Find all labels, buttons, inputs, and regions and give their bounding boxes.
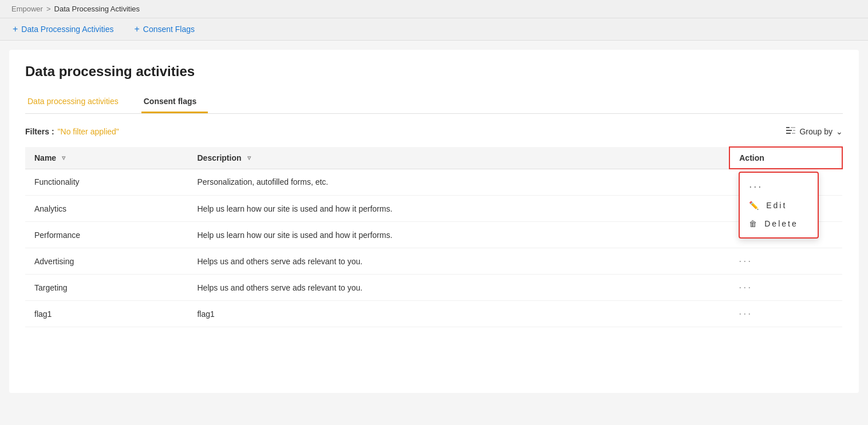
group-by-icon bbox=[786, 125, 796, 137]
delete-icon: 🗑 bbox=[749, 219, 759, 228]
cell-name: Performance bbox=[25, 222, 188, 248]
svg-rect-3 bbox=[791, 127, 795, 128]
group-by-button[interactable]: Group by ⌄ bbox=[786, 125, 843, 137]
action-dots-button[interactable]: ··· bbox=[739, 308, 752, 319]
plus-icon-dpa: + bbox=[13, 24, 18, 34]
table-header-row: Name ▿ Description ▿ Action bbox=[25, 147, 842, 169]
dropdown-delete-item[interactable]: 🗑Delete bbox=[740, 215, 818, 233]
tab-data-processing[interactable]: Data processing activities bbox=[25, 91, 130, 113]
col-name-label: Name bbox=[34, 153, 56, 162]
col-header-action: Action bbox=[729, 147, 842, 169]
col-desc-label: Description bbox=[197, 153, 241, 162]
svg-rect-4 bbox=[793, 130, 795, 131]
action-dots-button[interactable]: ··· bbox=[739, 255, 752, 267]
edit-label: Edit bbox=[766, 201, 787, 210]
consent-flags-table: Name ▿ Description ▿ Action Functionalit… bbox=[25, 146, 843, 327]
tabs-row: Data processing activities Consent flags bbox=[25, 91, 843, 114]
edit-icon: ✏️ bbox=[749, 201, 760, 210]
cell-description: Helps us and others serve ads relevant t… bbox=[188, 275, 729, 301]
filters-label: Filters : bbox=[25, 127, 54, 136]
tabbar-item-consent[interactable]: + Consent Flags bbox=[131, 22, 198, 37]
delete-label: Delete bbox=[764, 219, 798, 228]
col-action-label: Action bbox=[739, 153, 764, 162]
cell-description: Help us learn how our site is used and h… bbox=[188, 196, 729, 222]
tabbar-label-dpa: Data Processing Activities bbox=[21, 25, 113, 34]
filters-row: Filters : "No filter applied" Group by ⌄ bbox=[25, 125, 843, 137]
col-header-name: Name ▿ bbox=[25, 147, 188, 169]
breadcrumb-bar: Empower > Data Processing Activities bbox=[0, 0, 868, 18]
plus-icon-consent: + bbox=[134, 24, 139, 34]
breadcrumb-separator: > bbox=[46, 5, 51, 13]
action-dots-button[interactable]: ··· bbox=[739, 281, 752, 293]
tab-bar: + Data Processing Activities + Consent F… bbox=[0, 18, 868, 41]
table-row: flag1flag1··· bbox=[25, 301, 842, 327]
tab-consent-label: Consent flags bbox=[144, 97, 197, 106]
table-row: TargetingHelps us and others serve ads r… bbox=[25, 275, 842, 301]
breadcrumb-current: Data Processing Activities bbox=[54, 5, 140, 13]
table-row: FunctionalityPersonalization, autofilled… bbox=[25, 169, 842, 196]
col-name-filter-icon[interactable]: ▿ bbox=[62, 154, 65, 162]
page-title: Data processing activities bbox=[25, 63, 843, 80]
dropdown-dots-top: ··· bbox=[740, 177, 818, 196]
cell-description: Helps us and others serve ads relevant t… bbox=[188, 248, 729, 275]
svg-rect-1 bbox=[786, 130, 792, 131]
chevron-down-icon: ⌄ bbox=[836, 127, 843, 136]
dropdown-edit-item[interactable]: ✏️Edit bbox=[740, 196, 818, 215]
table-row: PerformanceHelp us learn how our site is… bbox=[25, 222, 842, 248]
tabbar-label-consent: Consent Flags bbox=[143, 25, 195, 34]
group-by-label: Group by bbox=[799, 127, 833, 136]
table-row: AnalyticsHelp us learn how our site is u… bbox=[25, 196, 842, 222]
cell-action: ··· bbox=[729, 248, 842, 275]
main-content: Data processing activities Data processi… bbox=[9, 50, 859, 393]
cell-action: ··· bbox=[729, 275, 842, 301]
cell-name: Analytics bbox=[25, 196, 188, 222]
col-desc-filter-icon[interactable]: ▿ bbox=[247, 154, 251, 162]
col-header-description: Description ▿ bbox=[188, 147, 729, 169]
tab-dpa-label: Data processing activities bbox=[27, 97, 119, 106]
table-row: AdvertisingHelps us and others serve ads… bbox=[25, 248, 842, 275]
cell-name: flag1 bbox=[25, 301, 188, 327]
cell-action: ··· bbox=[729, 301, 842, 327]
cell-name: Advertising bbox=[25, 248, 188, 275]
filters-left: Filters : "No filter applied" bbox=[25, 127, 119, 136]
cell-action: ······✏️Edit🗑Delete bbox=[729, 169, 842, 196]
tabbar-item-dpa[interactable]: + Data Processing Activities bbox=[9, 22, 117, 37]
tab-consent-flags[interactable]: Consent flags bbox=[141, 91, 208, 113]
filters-value: "No filter applied" bbox=[58, 127, 119, 136]
cell-description: flag1 bbox=[188, 301, 729, 327]
breadcrumb-parent[interactable]: Empower bbox=[11, 5, 43, 13]
cell-description: Help us learn how our site is used and h… bbox=[188, 222, 729, 248]
action-dropdown-menu: ···✏️Edit🗑Delete bbox=[739, 172, 819, 239]
cell-name: Targeting bbox=[25, 275, 188, 301]
svg-rect-0 bbox=[786, 127, 790, 128]
action-dropdown-open: ······✏️Edit🗑Delete bbox=[739, 176, 752, 188]
svg-rect-5 bbox=[792, 133, 795, 134]
svg-rect-2 bbox=[786, 133, 791, 134]
cell-name: Functionality bbox=[25, 169, 188, 196]
cell-description: Personalization, autofilled forms, etc. bbox=[188, 169, 729, 196]
